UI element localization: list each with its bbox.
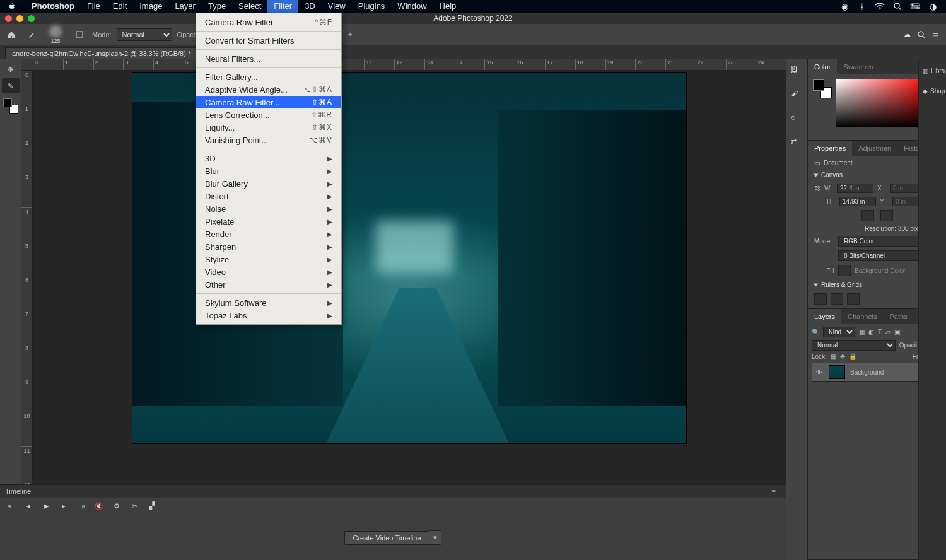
actions-icon[interactable]: ⇄: [791, 137, 803, 150]
siri-icon[interactable]: ◑: [927, 2, 938, 11]
tab-paths[interactable]: Paths: [884, 309, 914, 324]
search-cloud-icon[interactable]: ☁: [904, 30, 911, 38]
filter-menu-item[interactable]: Camera Raw Filter...⇧⌘A: [196, 96, 341, 108]
lock-position-icon[interactable]: ✥: [840, 353, 845, 360]
menu-filter[interactable]: Filter: [267, 0, 298, 13]
control-center-icon[interactable]: [909, 3, 921, 9]
brushes-icon[interactable]: 🖌: [791, 90, 803, 102]
play-icon[interactable]: ▶: [42, 502, 50, 511]
filter-menu-item[interactable]: Topaz Labs▶: [196, 309, 341, 322]
foreground-background-swatch[interactable]: [2, 97, 20, 115]
brush-preset-picker[interactable]: 125: [44, 23, 67, 46]
menu-3d[interactable]: 3D: [298, 0, 322, 13]
home-icon[interactable]: [4, 27, 19, 42]
filter-menu-item[interactable]: 3D▶: [196, 152, 341, 165]
menu-image[interactable]: Image: [133, 0, 168, 13]
layer-filter-kind[interactable]: Kind: [823, 327, 855, 337]
wifi-icon[interactable]: [874, 3, 885, 10]
color-field[interactable]: [836, 79, 928, 127]
filter-menu-item[interactable]: Pixelate▶: [196, 215, 341, 228]
menu-edit[interactable]: Edit: [107, 0, 133, 13]
filter-menu-item[interactable]: Blur▶: [196, 165, 341, 177]
layer-blend-select[interactable]: Normal: [812, 340, 896, 351]
transition-icon[interactable]: ▞: [148, 502, 156, 511]
clone-icon[interactable]: ⎌: [791, 114, 803, 126]
tab-swatches[interactable]: Swatches: [837, 59, 880, 74]
orient-landscape[interactable]: [880, 210, 893, 221]
tool-preset-picker[interactable]: [24, 27, 39, 42]
layer-thumbnail[interactable]: [829, 365, 845, 379]
tab-layers[interactable]: Layers: [808, 309, 841, 324]
lock-all-icon[interactable]: 🔒: [849, 353, 856, 360]
menu-file[interactable]: File: [81, 0, 107, 13]
tab-color[interactable]: Color: [808, 59, 837, 74]
bluetooth-icon[interactable]: ᚼ: [856, 2, 868, 11]
spotlight-icon[interactable]: [892, 2, 903, 11]
panel-menu-icon[interactable]: ≡: [767, 487, 781, 495]
width-field[interactable]: 22.4 in: [837, 184, 873, 193]
visibility-icon[interactable]: 👁: [815, 369, 824, 376]
height-field[interactable]: 14.93 in: [839, 197, 876, 206]
next-frame-icon[interactable]: ▸: [59, 502, 68, 511]
libraries-tab[interactable]: ▥ Libra: [919, 63, 946, 78]
tab-properties[interactable]: Properties: [808, 141, 852, 156]
guides-icon[interactable]: [847, 293, 860, 305]
shapes-tab[interactable]: ◆ Shap: [919, 83, 946, 98]
filter-shape-icon[interactable]: ▱: [885, 329, 891, 335]
workspace-icon[interactable]: ▭: [932, 30, 938, 38]
first-frame-icon[interactable]: ⇤: [6, 502, 15, 511]
document-tab[interactable]: andre-benz-qi2hmCwlhcE-unsplash-2 @ 33.3…: [5, 47, 207, 59]
split-icon[interactable]: ✂: [130, 502, 139, 511]
symmetry-icon[interactable]: ⌖: [342, 27, 358, 42]
settings-icon[interactable]: ⚙: [112, 502, 121, 511]
filter-pixel-icon[interactable]: ▦: [859, 329, 865, 335]
color-fg-bg-swatch[interactable]: [813, 79, 832, 98]
filter-adjust-icon[interactable]: ◐: [868, 329, 874, 335]
tab-adjustments[interactable]: Adjustmen: [852, 141, 897, 156]
filter-menu-item[interactable]: Noise▶: [196, 202, 341, 215]
filter-menu-item[interactable]: Stylize▶: [196, 253, 341, 265]
filter-menu-item[interactable]: Render▶: [196, 228, 341, 240]
lock-pixels-icon[interactable]: ▦: [831, 353, 836, 360]
canvas-viewport[interactable]: [33, 71, 786, 549]
create-video-timeline-button[interactable]: Create Video Timeline▾: [344, 530, 441, 545]
link-icon[interactable]: ⛓: [814, 185, 820, 192]
filter-menu-item[interactable]: Other▶: [196, 278, 341, 291]
move-tool[interactable]: ✥: [2, 62, 20, 77]
mute-icon[interactable]: 🔇: [95, 502, 103, 511]
filter-menu-item[interactable]: Neural Filters...: [196, 52, 341, 65]
filter-menu-item[interactable]: Filter Gallery...: [196, 71, 341, 83]
menu-view[interactable]: View: [322, 0, 352, 13]
ruler-icon[interactable]: [814, 293, 827, 305]
filter-menu-item[interactable]: Lens Correction...⇧⌘R: [196, 108, 341, 121]
menu-window[interactable]: Window: [391, 0, 433, 13]
filter-menu-item[interactable]: Vanishing Point...⌥⌘V: [196, 134, 341, 146]
filter-menu-item[interactable]: Distort▶: [196, 190, 341, 202]
menu-plugins[interactable]: Plugins: [352, 0, 392, 13]
brush-settings-icon[interactable]: [72, 27, 87, 42]
filter-menu-item[interactable]: Video▶: [196, 265, 341, 278]
last-frame-icon[interactable]: ⇥: [77, 502, 86, 511]
filter-menu-item[interactable]: Sharpen▶: [196, 240, 341, 253]
orient-portrait[interactable]: [861, 210, 874, 221]
search-icon[interactable]: [917, 30, 926, 39]
fill-swatch[interactable]: [838, 265, 851, 276]
cloud-icon[interactable]: ◉: [839, 2, 850, 11]
filter-menu-item[interactable]: Liquify...⇧⌘X: [196, 121, 341, 134]
brush-tool[interactable]: ✎: [2, 78, 20, 93]
filter-menu-item[interactable]: Adaptive Wide Angle...⌥⇧⌘A: [196, 83, 341, 96]
menu-type[interactable]: Type: [202, 0, 232, 13]
filter-menu-item[interactable]: Convert for Smart Filters: [196, 34, 341, 47]
prev-frame-icon[interactable]: ◂: [24, 502, 33, 511]
ruler-horizontal[interactable]: 0123456789101112131415161718192021222324: [21, 59, 786, 71]
blend-mode-select[interactable]: Normal: [117, 28, 172, 41]
ruler-vertical[interactable]: 012345678910111213: [21, 71, 33, 549]
filter-type-icon[interactable]: T: [878, 329, 882, 335]
filter-menu-item[interactable]: Camera Raw Filter^⌘F: [196, 16, 341, 28]
history-icon[interactable]: 🖼: [791, 66, 803, 78]
menu-layer[interactable]: Layer: [168, 0, 202, 13]
tab-channels[interactable]: Channels: [841, 309, 883, 324]
filter-smart-icon[interactable]: ▣: [894, 329, 900, 335]
menu-app[interactable]: Photoshop: [25, 0, 81, 13]
filter-menu-item[interactable]: Blur Gallery▶: [196, 177, 341, 190]
